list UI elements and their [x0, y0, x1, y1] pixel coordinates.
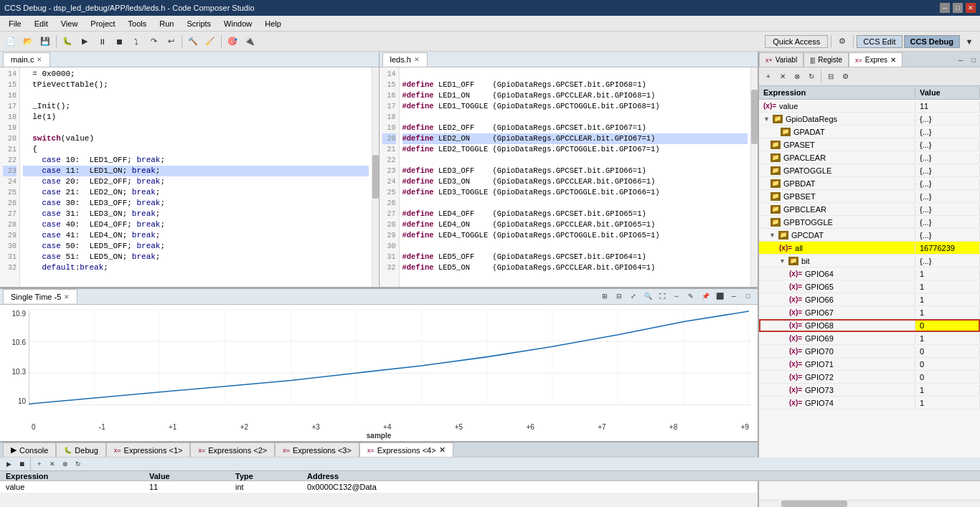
- graph-toolbar-btn-4[interactable]: 🔍: [641, 290, 654, 303]
- expr-row-gpio67[interactable]: (x)= GPIO67 1: [759, 306, 980, 319]
- scrollbar-main-c-v[interactable]: [372, 67, 379, 287]
- menu-window[interactable]: Window: [218, 18, 258, 29]
- toolbar-new[interactable]: 📄: [3, 34, 19, 49]
- expr-row-gpio65[interactable]: (x)= GPIO65 1: [759, 280, 980, 293]
- tab-debug[interactable]: 🐛 Debug: [56, 442, 105, 457]
- tab-expr-4-close[interactable]: ✕: [439, 445, 446, 455]
- menu-view[interactable]: View: [55, 18, 84, 29]
- toolbar-target[interactable]: 🎯: [225, 34, 240, 49]
- toolbar-build[interactable]: 🔨: [185, 34, 201, 49]
- tab-expr-1[interactable]: x= Expressions <1>: [106, 442, 191, 457]
- toolbar-clean[interactable]: 🧹: [202, 34, 218, 49]
- toolbar-open[interactable]: 📂: [20, 34, 36, 49]
- tab-registers[interactable]: ||| Registe: [804, 52, 849, 67]
- expr-row-gpaset[interactable]: 📁 GPASET {...}: [759, 138, 980, 151]
- expand-gpcdat[interactable]: ▼: [769, 232, 776, 239]
- ccs-edit-button[interactable]: CCS Edit: [857, 35, 902, 48]
- expr-row-value[interactable]: (x)= value 11: [759, 100, 980, 113]
- graph-toolbar-btn-2[interactable]: ⊟: [613, 290, 626, 303]
- panel-max[interactable]: □: [967, 54, 980, 67]
- menu-file[interactable]: File: [3, 18, 27, 29]
- scrollbar-leds-h-v[interactable]: [750, 67, 758, 287]
- toolbar-stop[interactable]: ⏹: [111, 34, 127, 49]
- editor-leds-h-content[interactable]: 141516171819 20 212223242526 27282930313…: [380, 67, 758, 287]
- expr-row-gpio66[interactable]: (x)= GPIO66 1: [759, 293, 980, 306]
- expr-row-gpiodataregs[interactable]: ▼ 📁 GpioDataRegs {...}: [759, 113, 980, 125]
- menu-scripts[interactable]: Scripts: [181, 18, 217, 29]
- graph-toolbar-btn-8[interactable]: 📌: [699, 290, 712, 303]
- menu-tools[interactable]: Tools: [123, 18, 153, 29]
- tab-leds-h[interactable]: leds.h ✕: [382, 52, 428, 67]
- expr-row-bit[interactable]: ▼ 📁 bit {...}: [759, 255, 980, 267]
- editor-main-c-content[interactable]: 141516171819 20212223 242526272829 30313…: [0, 67, 379, 287]
- expr-row-gpio74[interactable]: (x)= GPIO74 1: [759, 397, 980, 409]
- bp-toolbar-btn-5[interactable]: ⊗: [60, 458, 71, 470]
- toolbar-perspective-more[interactable]: ▼: [961, 34, 977, 49]
- bp-toolbar-btn-3[interactable]: +: [34, 458, 45, 470]
- graph-toolbar-btn-5[interactable]: ⛶: [656, 290, 669, 303]
- expr-add-btn[interactable]: +: [762, 70, 775, 83]
- expr-row-gpio73[interactable]: (x)= GPIO73 1: [759, 384, 980, 397]
- expr-row-gpbtoggle[interactable]: 📁 GPBTOGGLE {...}: [759, 216, 980, 229]
- toolbar-connect[interactable]: 🔌: [242, 34, 258, 49]
- toolbar-debug[interactable]: 🐛: [60, 34, 75, 49]
- minimize-button[interactable]: ─: [940, 3, 950, 13]
- code-leds-h[interactable]: #define LED1_OFF (GpioDataRegs.GPCSET.bi…: [400, 67, 751, 287]
- expr-settings[interactable]: ⚙: [839, 70, 852, 83]
- tab-console[interactable]: ▶ Console: [3, 442, 56, 457]
- expr-row-gpadat[interactable]: 📁 GPADAT {...}: [759, 125, 980, 138]
- expr-row-gpio69[interactable]: (x)= GPIO69 1: [759, 332, 980, 345]
- toolbar-resume[interactable]: ▶: [77, 34, 93, 49]
- close-button[interactable]: ✕: [966, 3, 976, 13]
- tab-expressions[interactable]: x= Expres ✕: [849, 52, 903, 67]
- expr-collapse-all[interactable]: ⊟: [824, 70, 837, 83]
- graph-toolbar-btn-9[interactable]: ⬛: [713, 290, 726, 303]
- expr-row-gpbdat[interactable]: 📁 GPBDAT {...}: [759, 177, 980, 190]
- toolbar-step-return[interactable]: ↩: [163, 34, 179, 49]
- ccs-debug-button[interactable]: CCS Debug: [904, 35, 961, 48]
- tab-expressions-close[interactable]: ✕: [890, 56, 896, 64]
- expr-refresh-btn[interactable]: ↻: [805, 70, 818, 83]
- expr-scrollbar-h[interactable]: [759, 500, 980, 507]
- expr-row-gpbclear[interactable]: 📁 GPBCLEAR {...}: [759, 203, 980, 216]
- panel-min[interactable]: ─: [954, 54, 967, 67]
- toolbar-step-over[interactable]: ↷: [146, 34, 161, 49]
- tab-main-c[interactable]: main.c ✕: [3, 52, 50, 67]
- graph-toolbar-btn-3[interactable]: ⤢: [627, 290, 640, 303]
- toolbar-settings[interactable]: ⚙: [834, 34, 850, 49]
- expr-row-gpio68[interactable]: (x)= GPIO68 0: [759, 319, 980, 332]
- expr-row-gpio71[interactable]: (x)= GPIO71 0: [759, 358, 980, 371]
- menu-project[interactable]: Project: [85, 18, 121, 29]
- graph-toolbar-btn-1[interactable]: ⊞: [598, 290, 611, 303]
- expand-gpiodataregs[interactable]: ▼: [763, 115, 770, 123]
- tab-expr-4[interactable]: x= Expressions <4> ✕: [359, 442, 453, 457]
- expr-remove-all-btn[interactable]: ⊗: [791, 70, 804, 83]
- graph-tab-single-time[interactable]: Single Time -5 ✕: [3, 289, 77, 303]
- graph-toolbar-btn-6[interactable]: ↔: [670, 290, 683, 303]
- maximize-button[interactable]: □: [953, 3, 963, 13]
- bp-toolbar-btn-1[interactable]: ▶: [3, 458, 14, 470]
- tab-main-c-close[interactable]: ✕: [37, 56, 42, 63]
- tab-expr-2[interactable]: x= Expressions <2>: [190, 442, 275, 457]
- expr-row-gpio70[interactable]: (x)= GPIO70 0: [759, 345, 980, 358]
- expr-row-gpaclear[interactable]: 📁 GPACLEAR {...}: [759, 151, 980, 164]
- bp-toolbar-btn-4[interactable]: ✕: [47, 458, 58, 470]
- toolbar-suspend[interactable]: ⏸: [94, 34, 110, 49]
- expr-row-gpcdat[interactable]: ▼ 📁 GPCDAT {...}: [759, 229, 980, 242]
- tab-expr-3[interactable]: x= Expressions <3>: [275, 442, 359, 457]
- graph-minimize[interactable]: ─: [727, 290, 740, 303]
- toolbar-step-into[interactable]: ⤵: [128, 34, 144, 49]
- expr-row-gpio72[interactable]: (x)= GPIO72 0: [759, 371, 980, 384]
- menu-edit[interactable]: Edit: [29, 18, 54, 29]
- toolbar-save[interactable]: 💾: [37, 34, 53, 49]
- graph-maximize[interactable]: □: [742, 290, 755, 303]
- graph-tab-close[interactable]: ✕: [64, 293, 70, 300]
- expr-row-gpatoggle[interactable]: 📁 GPATOGGLE {...}: [759, 164, 980, 177]
- tab-leds-h-close[interactable]: ✕: [414, 56, 420, 63]
- bottom-panel-row-value[interactable]: value 11 int 0x0000C132@Data: [0, 481, 980, 493]
- expr-remove-btn[interactable]: ✕: [776, 70, 789, 83]
- tab-variables[interactable]: x+ Variabl: [759, 52, 804, 67]
- bp-toolbar-btn-2[interactable]: ⏹: [16, 458, 27, 470]
- expand-bit[interactable]: ▼: [779, 257, 786, 265]
- menu-run[interactable]: Run: [154, 18, 179, 29]
